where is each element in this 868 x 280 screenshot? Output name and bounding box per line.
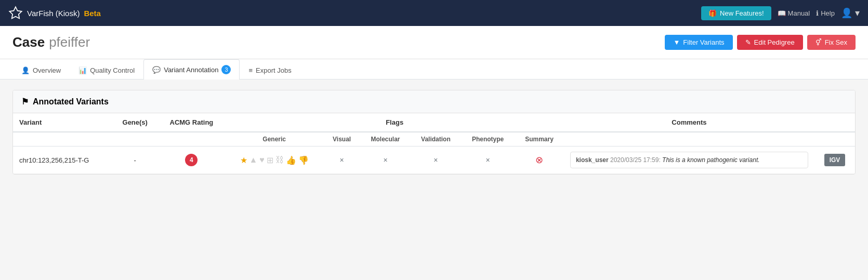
- fix-sex-button[interactable]: ⚥ Fix Sex: [807, 35, 856, 50]
- flag-summary-cell: ⊗: [515, 146, 564, 174]
- comment-author: kiosk_user: [576, 156, 609, 164]
- svg-marker-0: [9, 7, 21, 18]
- flag-phenotype-icon: ×: [485, 156, 490, 164]
- th-sub-visual: Visual: [323, 132, 360, 146]
- flag-molecular-cell: ×: [360, 146, 411, 174]
- edit-icon: ✎: [745, 38, 751, 46]
- tabs-navigation: 👤 Overview 📊 Quality Control 💬 Variant A…: [0, 59, 868, 79]
- link-flag-icon: ⛓: [275, 155, 284, 165]
- card-header: ⚑ Annotated Variants: [13, 90, 855, 113]
- new-features-button[interactable]: 🎁 New Features!: [701, 6, 771, 20]
- th-sub-empty4: [814, 132, 855, 146]
- comment-box: kiosk_user 2020/03/25 17:59: This is a k…: [570, 152, 808, 168]
- flag-visual-icon: ×: [340, 156, 344, 164]
- filter-icon: ▼: [673, 38, 680, 46]
- th-genes: Gene(s): [112, 113, 157, 132]
- tab-export-jobs[interactable]: ≡ Export Jobs: [240, 61, 300, 79]
- comment-icon: 💬: [152, 66, 161, 74]
- variants-table: Variant Gene(s) ACMG Rating Flags Commen…: [13, 113, 855, 174]
- table-row: chr10:123,256,215-T-G - 4 ★ ▲ ♥ ⊞ ⛓: [13, 146, 855, 174]
- app-logo: VarFish (Kiosk) Beta: [8, 6, 701, 20]
- heart-flag-icon: ♥: [259, 155, 265, 165]
- igv-cell: IGV: [814, 146, 855, 174]
- th-sub-validation: Validation: [411, 132, 461, 146]
- list-icon: ≡: [248, 66, 253, 74]
- variant-annotation-badge: 3: [221, 65, 231, 74]
- th-sub-generic: Generic: [225, 132, 323, 146]
- th-acmg: ACMG Rating: [157, 113, 225, 132]
- tab-quality-control[interactable]: 📊 Quality Control: [70, 61, 143, 79]
- th-sub-molecular: Molecular: [360, 132, 411, 146]
- info-icon: ℹ: [816, 9, 819, 17]
- flag-validation-cell: ×: [411, 146, 461, 174]
- user-menu[interactable]: 👤 ▾: [841, 7, 860, 19]
- nav-right-actions: 🎁 New Features! 📖 Manual ℹ Help 👤 ▾: [701, 6, 860, 20]
- case-name: pfeiffer: [49, 34, 90, 50]
- edit-pedigree-button[interactable]: ✎ Edit Pedigree: [737, 35, 803, 50]
- flag-molecular-icon: ×: [383, 156, 387, 164]
- filter-variants-button[interactable]: ▼ Filter Variants: [665, 35, 732, 50]
- main-content: ⚑ Annotated Variants Variant Gene(s) ACM…: [0, 79, 868, 185]
- tab-variant-annotation[interactable]: 💬 Variant Annotation 3: [143, 59, 240, 79]
- table-header-row-sub: Generic Visual Molecular Validation Phen…: [13, 132, 855, 146]
- flag-summary-icon: ⊗: [535, 155, 543, 165]
- star-logo-icon: [8, 6, 23, 20]
- th-sub-summary: Summary: [515, 132, 564, 146]
- th-sub-phenotype: Phenotype: [461, 132, 515, 146]
- manual-link[interactable]: 📖 Manual: [778, 9, 810, 17]
- acmg-badge: 4: [185, 154, 198, 166]
- th-actions: [814, 113, 855, 132]
- table-header-row-main: Variant Gene(s) ACMG Rating Flags Commen…: [13, 113, 855, 132]
- page-header: Casepfeiffer ▼ Filter Variants ✎ Edit Pe…: [0, 26, 868, 59]
- comment-text: This is a known pathogenic variant.: [662, 156, 759, 164]
- th-variant: Variant: [13, 113, 112, 132]
- app-name: VarFish (Kiosk): [27, 9, 80, 18]
- th-sub-empty1: [13, 132, 112, 146]
- flags-generic-cell: ★ ▲ ♥ ⊞ ⛓ 👍 👎: [225, 146, 323, 174]
- thumb-up-icon: 👍: [286, 155, 296, 165]
- th-flags: Flags: [225, 113, 564, 132]
- save-flag-icon: ⊞: [267, 155, 273, 165]
- top-navigation: VarFish (Kiosk) Beta 🎁 New Features! 📖 M…: [0, 0, 868, 26]
- comment-time: 2020/03/25 17:59:: [610, 156, 661, 164]
- gene-names: -: [112, 146, 157, 174]
- sex-icon: ⚥: [816, 38, 822, 46]
- variants-table-container: Variant Gene(s) ACMG Rating Flags Commen…: [13, 113, 855, 174]
- th-sub-empty2: [112, 132, 157, 146]
- gift-icon: 🎁: [708, 9, 717, 17]
- igv-button[interactable]: IGV: [824, 154, 846, 166]
- th-sub-empty3: [157, 132, 225, 146]
- page-title: Casepfeiffer: [12, 34, 90, 50]
- tab-overview[interactable]: 👤 Overview: [12, 61, 70, 79]
- variant-id: chr10:123,256,215-T-G: [13, 146, 112, 174]
- thumb-down-icon: 👎: [298, 155, 309, 165]
- flag-icons-generic: ★ ▲ ♥ ⊞ ⛓ 👍 👎: [231, 155, 317, 165]
- star-flag-icon: ★: [240, 155, 247, 165]
- th-sub-comments: [564, 132, 814, 146]
- help-link[interactable]: ℹ Help: [816, 9, 835, 17]
- header-action-buttons: ▼ Filter Variants ✎ Edit Pedigree ⚥ Fix …: [665, 35, 856, 50]
- triangle-flag-icon: ▲: [249, 155, 258, 165]
- acmg-rating: 4: [157, 146, 225, 174]
- beta-label: Beta: [84, 9, 101, 18]
- annotated-variants-card: ⚑ Annotated Variants Variant Gene(s) ACM…: [12, 90, 856, 175]
- flag-visual-cell: ×: [323, 146, 360, 174]
- flag-validation-icon: ×: [433, 156, 438, 164]
- flag-icon: ⚑: [21, 97, 29, 106]
- th-comments: Comments: [564, 113, 814, 132]
- flag-phenotype-cell: ×: [461, 146, 515, 174]
- person-icon: 👤: [21, 66, 30, 74]
- comments-cell: kiosk_user 2020/03/25 17:59: This is a k…: [564, 146, 814, 174]
- book-icon: 📖: [778, 9, 786, 17]
- chart-icon: 📊: [78, 66, 87, 74]
